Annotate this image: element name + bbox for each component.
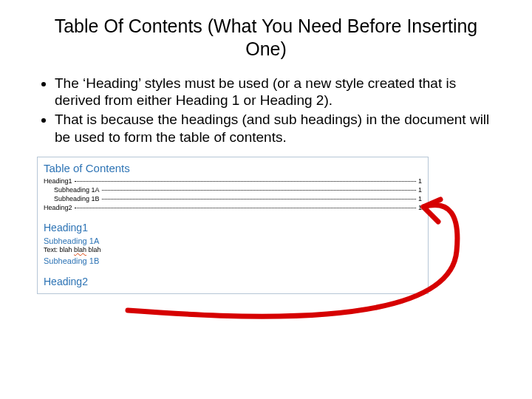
toc-title: Table of Contents	[44, 162, 422, 174]
toc-leader-dots	[102, 199, 416, 200]
slide-title: Table Of Contents (What You Need Before …	[37, 15, 495, 61]
toc-entry: Heading2 1	[44, 204, 422, 211]
body-text-part: blah	[86, 246, 101, 253]
toc-entry: Subheading 1B 1	[44, 195, 422, 202]
toc-entry-page: 1	[418, 177, 422, 185]
preview-subheading: Subheading 1A	[44, 236, 422, 245]
toc-entry-page: 1	[418, 195, 422, 202]
toc-entry-label: Subheading 1B	[54, 195, 100, 202]
preview-body-text: Text: blah blah blah	[44, 246, 422, 253]
bullet-list: The ‘Heading’ styles must be used (or a …	[37, 75, 495, 146]
toc-entry-page: 1	[418, 204, 422, 211]
body-text-part: Text: blah	[44, 246, 74, 253]
bullet-item: The ‘Heading’ styles must be used (or a …	[55, 75, 495, 110]
toc-leader-dots	[75, 181, 416, 182]
toc-entry-label: Subheading 1A	[54, 186, 100, 194]
preview-heading1: Heading1	[44, 222, 422, 233]
preview-heading1: Heading2	[44, 276, 422, 287]
toc-leader-dots	[75, 208, 416, 208]
toc-entry: Heading1 1	[44, 177, 422, 185]
toc-entry-page: 1	[418, 186, 422, 194]
toc-entry-label: Heading1	[44, 177, 72, 185]
toc-leader-dots	[102, 190, 416, 191]
toc-entry: Subheading 1A 1	[44, 186, 422, 194]
slide: Table Of Contents (What You Need Before …	[0, 0, 532, 294]
bullet-item: That is because the headings (and sub he…	[55, 111, 495, 146]
preview-subheading: Subheading 1B	[44, 256, 422, 265]
document-preview: Table of Contents Heading1 1 Subheading …	[37, 157, 429, 294]
spellcheck-squiggle: blah	[74, 246, 86, 253]
toc-entry-label: Heading2	[44, 204, 72, 211]
